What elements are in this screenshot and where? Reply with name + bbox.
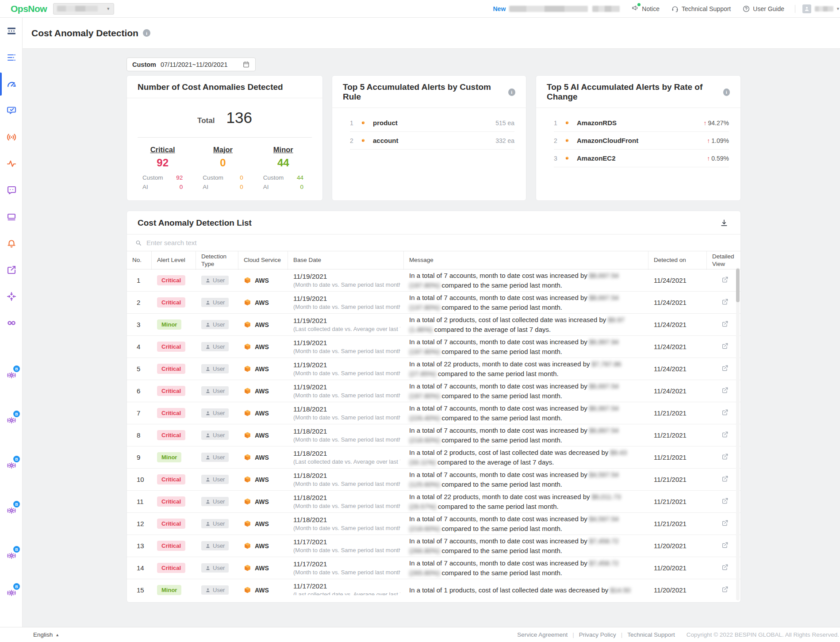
footer-link-technical-support[interactable]: Technical Support <box>627 631 675 638</box>
sidebar-item-pulse[interactable] <box>0 152 23 175</box>
sidebar-item-sync-gear[interactable]: B <box>0 454 23 477</box>
redacted-percent: (137.80%) <box>409 304 440 311</box>
download-button[interactable] <box>718 217 730 229</box>
redacted-percent: (197.80%) <box>409 392 440 400</box>
info-icon[interactable]: i <box>508 88 515 96</box>
message-cell: In a total of 7 accounts, month to date … <box>404 558 648 578</box>
list-title: Cost Anomaly Detection List <box>138 218 252 228</box>
base-date-note: (Month to date vs. Same period last mont… <box>293 547 400 554</box>
person-icon <box>205 278 211 283</box>
user-avatar[interactable] <box>802 4 811 13</box>
detailed-view-button[interactable] <box>707 564 740 572</box>
detection-list-card: Cost Anomaly Detection List No.Alert Lev… <box>127 211 741 603</box>
sidebar-item-sync-gear[interactable]: B <box>0 544 23 567</box>
sidebar-item-bell[interactable] <box>0 232 23 255</box>
sidebar-item-chat-check[interactable] <box>0 99 23 122</box>
severity-label[interactable]: Major <box>203 146 243 154</box>
ai-rate-row[interactable]: 1AmazonRDS↑94.27% <box>554 114 729 132</box>
info-icon[interactable]: i <box>723 88 730 96</box>
detailed-view-button[interactable] <box>707 542 740 550</box>
detailed-view-button[interactable] <box>707 453 740 461</box>
detailed-view-button[interactable] <box>707 519 740 528</box>
sidebar-item-list-settings[interactable] <box>0 46 23 69</box>
sidebar-item-dashboard-grid[interactable] <box>0 19 23 42</box>
sidebar-item-message[interactable] <box>0 179 23 202</box>
top-bar: OpsNow ▼ New Notice Technical Support Us… <box>0 0 840 18</box>
external-link-icon <box>721 564 729 571</box>
cloud-service-cell: AWS <box>238 498 288 505</box>
detection-type-badge: User <box>201 541 229 550</box>
ai-rate-row[interactable]: 3AmazonEC2↑0.59% <box>554 150 729 167</box>
table-row: 5CriticalUserAWS11/19/2021(Month to date… <box>127 358 740 380</box>
redacted-percent: (1.86%) <box>409 326 433 333</box>
base-date-cell: 11/17/2021(Last collected date vs. Avera… <box>288 582 404 595</box>
row-number: 9 <box>127 454 152 461</box>
table-header: No.Alert LevelDetection TypeCloud Servic… <box>127 251 740 269</box>
custom-count-row: Custom92 <box>142 174 183 181</box>
aws-cube-icon <box>244 431 251 439</box>
opsnow-logo: OpsNow <box>11 4 47 14</box>
detected-on-cell: 11/21/2021 <box>648 431 707 439</box>
redacted-percent: (265.80%) <box>409 569 440 577</box>
sidebar-item-share-box[interactable] <box>0 258 23 281</box>
detailed-view-button[interactable] <box>707 342 740 351</box>
sidebar-item-broadcast[interactable] <box>0 126 23 149</box>
scrollbar-thumb[interactable] <box>736 269 740 302</box>
chevron-down-icon[interactable]: ▼ <box>836 7 840 11</box>
severity-label[interactable]: Minor <box>263 146 303 154</box>
notice-button[interactable]: Notice <box>631 4 660 13</box>
detailed-view-button[interactable] <box>707 387 740 395</box>
sidebar-item-infinity[interactable] <box>0 311 23 334</box>
detailed-view-button[interactable] <box>707 431 740 439</box>
aws-cube-icon <box>244 321 251 328</box>
footer-link-privacy-policy[interactable]: Privacy Policy <box>579 631 616 638</box>
detailed-view-button[interactable] <box>707 365 740 373</box>
notification-dot <box>637 3 641 6</box>
detailed-view-button[interactable] <box>707 497 740 506</box>
sidebar-item-sync-gear[interactable]: B <box>0 581 23 604</box>
technical-support-button[interactable]: Technical Support <box>671 5 731 13</box>
info-icon[interactable]: i <box>143 29 150 37</box>
language-selector[interactable]: English ▲ <box>33 631 59 638</box>
sidebar-item-sync-gear[interactable]: B <box>0 499 23 522</box>
row-number: 6 <box>127 387 152 395</box>
custom-rule-row[interactable]: 2account332 ea <box>350 132 514 150</box>
alert-level-cell: Critical <box>152 563 196 573</box>
column-header-alert-level: Alert Level <box>152 251 196 270</box>
sidebar-item-gauge[interactable] <box>0 73 23 96</box>
detailed-view-button[interactable] <box>707 586 740 594</box>
table-row: 8CriticalUserAWS11/18/2021(Month to date… <box>127 424 740 446</box>
date-range-picker[interactable]: Custom 07/11/2021~11/20/2021 <box>127 58 256 71</box>
detailed-view-button[interactable] <box>707 409 740 417</box>
custom-rule-row[interactable]: 1product515 ea <box>350 114 514 132</box>
detection-type-cell: User <box>196 320 238 329</box>
rule-name: account <box>373 137 399 144</box>
detection-type-cell: User <box>196 431 238 440</box>
redacted-percent: (29.57%) <box>409 503 436 510</box>
organization-dropdown[interactable]: ▼ <box>53 3 114 15</box>
cloud-service-cell: AWS <box>238 365 288 373</box>
search-input[interactable] <box>146 239 368 246</box>
table-row: 7CriticalUserAWS11/18/2021(Month to date… <box>127 402 740 424</box>
ai-rate-row[interactable]: 2AmazonCloudFront↑1.09% <box>554 132 729 150</box>
alert-level-badge: Minor <box>157 319 181 330</box>
detection-type-cell: User <box>196 519 238 528</box>
redacted-amount: $8,697.54 <box>589 272 619 279</box>
sidebar-item-sync-gear[interactable]: B <box>0 409 23 432</box>
detailed-view-button[interactable] <box>707 475 740 484</box>
sidebar-item-monitor[interactable] <box>0 205 23 228</box>
aws-cube-icon <box>244 387 251 395</box>
severity-label[interactable]: Critical <box>142 146 183 154</box>
aws-cube-icon <box>244 409 251 417</box>
base-date-note: (Month to date vs. Same period last mont… <box>293 525 400 531</box>
sidebar-item-sync-gear[interactable]: B <box>0 364 23 387</box>
footer-link-service-agreement[interactable]: Service Agreement <box>517 631 568 638</box>
base-date-note: (Last collected date vs. Average over la… <box>293 458 400 465</box>
user-guide-button[interactable]: User Guide <box>742 5 784 13</box>
detailed-view-button[interactable] <box>707 320 740 329</box>
aws-cube-icon <box>244 542 251 550</box>
sidebar-item-converge[interactable] <box>0 285 23 308</box>
cloud-service-cell: AWS <box>238 542 288 550</box>
detailed-view-button[interactable] <box>707 298 740 307</box>
detailed-view-button[interactable] <box>707 276 740 284</box>
